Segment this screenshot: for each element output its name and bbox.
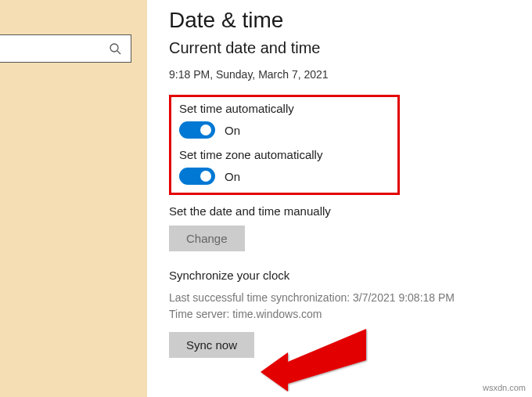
sidebar <box>0 0 147 397</box>
auto-timezone-toggle[interactable] <box>179 168 215 185</box>
watermark: wsxdn.com <box>483 383 526 392</box>
auto-timezone-label: Set time zone automatically <box>179 148 390 161</box>
sync-server: Time server: time.windows.com <box>169 306 510 323</box>
sync-info: Last successful time synchronization: 3/… <box>169 290 510 323</box>
change-button: Change <box>169 226 245 251</box>
auto-timezone-state: On <box>225 170 240 183</box>
auto-timezone-toggle-row: On <box>179 168 390 185</box>
current-datetime: 9:18 PM, Sunday, March 7, 2021 <box>169 68 510 81</box>
main-content: Date & time Current date and time 9:18 P… <box>147 0 532 397</box>
auto-time-toggle-row: On <box>179 121 390 139</box>
sync-last: Last successful time synchronization: 3/… <box>169 290 510 306</box>
manual-label: Set the date and time manually <box>169 204 510 218</box>
auto-time-label: Set time automatically <box>179 102 390 115</box>
auto-time-state: On <box>225 124 240 137</box>
search-icon <box>109 42 121 55</box>
search-box[interactable] <box>0 34 131 63</box>
svg-point-0 <box>110 44 118 52</box>
auto-time-toggle[interactable] <box>179 121 215 139</box>
auto-settings-highlight: Set time automatically On Set time zone … <box>169 95 400 195</box>
section-subtitle: Current date and time <box>169 39 510 57</box>
sync-heading: Synchronize your clock <box>169 269 510 282</box>
svg-line-1 <box>117 51 120 54</box>
page-title: Date & time <box>169 8 510 33</box>
sync-now-button[interactable]: Sync now <box>169 332 254 358</box>
